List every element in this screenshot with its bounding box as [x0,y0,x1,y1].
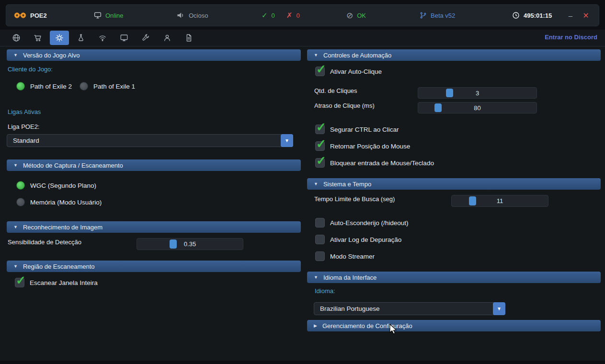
tab-lab[interactable] [71,31,91,45]
clicks-count-slider[interactable]: 3 [418,87,537,99]
checkbox-block-input[interactable]: ✓ Bloquear entrada de Mouse/Teclado [315,158,434,168]
collapse-arrow-icon: ▼ [314,53,318,57]
sensitivity-slider[interactable]: 0.35 [137,238,243,250]
check-icon: ✓ [316,62,326,76]
collapse-arrow-icon: ▶ [314,323,317,328]
clock-icon [512,11,520,19]
status-online: Online [94,5,124,26]
checkbox-label: Ativar Log de Depuração [330,236,401,243]
section-title: Sistema e Tempo [323,181,371,188]
fail-count: 0 [296,12,299,19]
search-timeout-value: 11 [452,195,548,206]
checkbox-label: Modo Streamer [330,253,375,260]
click-delay-slider[interactable]: 80 [418,102,537,114]
checkbox-box[interactable]: ✓ [315,158,325,168]
idle-status-label: Ocioso [189,12,208,19]
checkbox-hold-ctrl[interactable]: ✓ Segurar CTRL ao Clicar [315,125,399,134]
git-branch-icon [420,11,427,19]
checkbox-return-mouse[interactable]: ✓ Retornar Posição do Mouse [315,141,410,151]
checkbox-box[interactable]: ✓ [15,278,24,287]
checkbox-debug-log[interactable]: Ativar Log de Depuração [315,235,401,244]
radio-poe2[interactable]: Path of Exile 2 [16,82,72,91]
tab-display[interactable] [114,31,134,45]
tab-general[interactable] [7,31,26,45]
search-timeout-slider[interactable]: 11 [451,195,548,207]
sensitivity-label: Sensibilidade de Detecção [8,239,81,246]
tab-tools[interactable] [136,31,155,45]
checkbox-label: Bloquear entrada de Mouse/Teclado [330,159,434,167]
check-icon: ✓ [316,120,326,134]
radio-wgc[interactable]: WGC (Segundo Plano) [16,181,96,190]
radio-dot[interactable] [80,82,88,91]
radio-memory[interactable]: Memória (Modo Usuário) [16,198,102,206]
section-title: Idioma da Interface [323,274,377,281]
checkbox-full-window[interactable]: ✓ Escanear Janela Inteira [15,278,98,287]
monitor-status-icon [94,12,102,19]
tab-settings[interactable] [50,31,69,45]
close-icon: ✕ [582,11,589,20]
checkbox-auto-click[interactable]: ✓ Ativar Auto-Clique [315,67,382,76]
radio-label: Path of Exile 1 [93,83,135,90]
check-icon: ✓ [316,154,326,168]
check-icon: ✓ [16,273,26,287]
section-system-time[interactable]: ▼ Sistema e Tempo [307,178,601,190]
league-dropdown-value: Standard [13,135,39,147]
section-image-recognition[interactable]: ▼ Reconhecimento de Imagem [7,221,301,233]
checkbox-box[interactable] [315,218,325,228]
checkbox-auto-hideout[interactable]: Auto-Esconderijo (/hideout) [315,218,409,228]
check-icon: ✓ [316,137,326,151]
document-icon [184,34,193,42]
radio-label: Memória (Modo Usuário) [30,199,102,206]
league-dropdown[interactable]: Standard ▼ [7,134,293,147]
toolbar: Entrar no Discord [0,30,605,46]
tab-network[interactable] [93,31,112,45]
collapse-arrow-icon: ▼ [314,275,318,280]
section-config-management[interactable]: ▶ Gerenciamento de Configuração [307,320,601,331]
radio-poe1[interactable]: Path of Exile 1 [80,82,135,91]
collapse-arrow-icon: ▼ [314,182,318,186]
checkbox-box[interactable] [315,235,325,244]
tab-profile[interactable] [158,31,177,45]
close-button[interactable]: ✕ [579,5,593,26]
success-count: 0 [272,12,275,19]
section-title: Versão do Jogo Alvo [23,52,80,59]
minimize-button[interactable]: – [563,5,578,26]
section-capture-method[interactable]: ▼ Método de Captura / Escaneamento [7,159,301,171]
radio-dot[interactable] [16,82,25,91]
checkbox-streamer-mode[interactable]: Modo Streamer [315,251,375,261]
section-title: Método de Captura / Escaneamento [23,162,123,169]
league-dropdown-button[interactable]: ▼ [281,134,293,147]
radio-label: WGC (Segundo Plano) [30,182,96,189]
section-scan-region[interactable]: ▼ Região de Escaneamento [7,261,301,272]
checkbox-box[interactable]: ✓ [315,67,325,76]
tab-trade[interactable] [28,31,47,45]
language-dropdown-value: Brazilian Portuguese [320,303,380,315]
radio-dot[interactable] [16,198,25,206]
language-dropdown[interactable]: Brazilian Portuguese ▼ [314,302,505,315]
checkbox-box[interactable] [315,251,325,261]
radio-dot[interactable] [16,181,25,190]
timer-value: 495:01:15 [524,12,552,19]
checkbox-box[interactable]: ✓ [315,125,325,134]
version-info: Beta v52 [420,5,455,26]
success-check-icon: ✓ [262,11,268,20]
section-game-version[interactable]: ▼ Versão do Jogo Alvo [7,49,301,61]
tab-logs[interactable] [179,31,198,45]
gear-icon [55,34,64,42]
counters: ✓ 0 ✗ 0 [262,5,300,26]
poe2-logo-icon [14,12,26,19]
person-icon [163,34,171,42]
tab-strip [7,31,198,45]
titlebar: POE2 Online Ocioso ✓ 0 ✗ 0 ⊘ OK [6,4,599,26]
discord-link[interactable]: Entrar no Discord [545,34,597,41]
app-window: POE2 Online Ocioso ✓ 0 ✗ 0 ⊘ OK [0,0,605,364]
clicks-count-label: Qtd. de Cliques [314,87,357,94]
checkbox-label: Auto-Esconderijo (/hideout) [330,219,409,227]
version-label: Beta v52 [431,12,455,19]
language-dropdown-button[interactable]: ▼ [493,302,505,315]
section-interface-language[interactable]: ▼ Idioma da Interface [307,272,601,283]
section-automation[interactable]: ▼ Controles de Automação [307,49,601,61]
status-ok: ⊘ OK [346,5,366,26]
checkbox-box[interactable]: ✓ [315,141,325,151]
chevron-down-icon: ▼ [285,138,289,143]
